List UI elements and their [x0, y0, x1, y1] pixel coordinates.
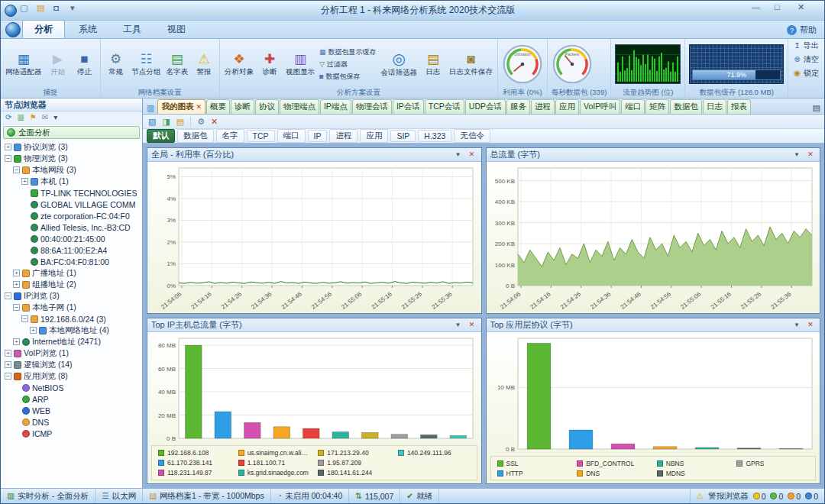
- tree-expand-icon[interactable]: −: [13, 166, 20, 173]
- filter-chip[interactable]: 默认: [147, 129, 175, 143]
- packet-display-buffer-button[interactable]: 数据包显示缓存: [319, 47, 377, 57]
- filter-chip[interactable]: TCP: [247, 130, 275, 142]
- analysis-objects-button[interactable]: 分析对象: [222, 40, 256, 88]
- quick-access-dropdown-icon[interactable]: [70, 4, 84, 18]
- view-tab[interactable]: TCP会话: [425, 99, 464, 114]
- tree-expand-icon[interactable]: −: [5, 155, 11, 162]
- log-button[interactable]: 日志: [420, 40, 446, 88]
- tree-item[interactable]: 00:40:00:21:45:00: [3, 233, 142, 244]
- tree-expand-icon[interactable]: −: [13, 304, 20, 311]
- dropdown-icon[interactable]: [53, 114, 57, 121]
- view-tab[interactable]: UDP会话: [465, 99, 506, 114]
- tree-item[interactable]: −物理浏览 (3): [3, 153, 142, 164]
- tree-item[interactable]: +本机 (1): [3, 176, 142, 187]
- tree-item[interactable]: ARP: [3, 393, 142, 405]
- filter-chip[interactable]: IP: [308, 130, 328, 142]
- view-tab[interactable]: 协议: [255, 99, 279, 114]
- view-tab[interactable]: 我的图表✕: [157, 99, 205, 114]
- packet-save-button[interactable]: 数据包保存: [319, 72, 377, 82]
- tree-item[interactable]: ICMP: [3, 428, 142, 439]
- chart-panel-header[interactable]: 全局 - 利用率 (百分比): [147, 148, 481, 162]
- chart-dropdown-icon[interactable]: [453, 151, 464, 158]
- tree-item[interactable]: −应用浏览 (8): [3, 370, 142, 382]
- mail-icon[interactable]: [42, 114, 48, 121]
- tree-expand-icon[interactable]: +: [13, 338, 20, 345]
- filter-chip[interactable]: 应用: [360, 129, 388, 143]
- maximize-button[interactable]: [775, 3, 798, 18]
- name-table-button[interactable]: 名字表: [164, 40, 191, 88]
- view-display-button[interactable]: 视图显示: [283, 40, 317, 88]
- view-tab[interactable]: 报表: [727, 99, 751, 114]
- tree-item[interactable]: NetBIOS: [3, 382, 142, 393]
- filter-chip[interactable]: SIP: [390, 130, 416, 142]
- tree-item[interactable]: −本地网段 (3): [3, 164, 142, 176]
- sheet-icon[interactable]: [176, 118, 184, 126]
- view-tab[interactable]: 概要: [206, 99, 230, 114]
- diagnosis-button[interactable]: 诊断: [257, 40, 283, 88]
- refresh-icon[interactable]: [5, 114, 11, 121]
- filter-chip[interactable]: H.323: [418, 130, 451, 142]
- tree-expand-icon[interactable]: −: [5, 292, 11, 299]
- tree-expand-icon[interactable]: +: [13, 281, 20, 288]
- tree-item[interactable]: zte corporation-FC:04:F0: [3, 210, 142, 221]
- view-tab[interactable]: 应用: [555, 99, 579, 114]
- clear-button[interactable]: 清空: [794, 54, 819, 65]
- chart-close-icon[interactable]: [467, 151, 477, 158]
- tree-item[interactable]: −本地子网 (1): [3, 302, 142, 313]
- export-button[interactable]: 导出: [794, 40, 819, 51]
- conversation-filter-button[interactable]: 会话筛选器: [379, 40, 420, 88]
- filter-chip[interactable]: 数据包: [177, 129, 214, 143]
- minimize-button[interactable]: [752, 3, 775, 18]
- view-tab[interactable]: 诊断: [231, 99, 254, 114]
- general-settings-button[interactable]: 常规: [103, 40, 129, 88]
- tree-expand-icon[interactable]: +: [13, 270, 20, 276]
- save-icon[interactable]: [53, 4, 67, 18]
- tree-item[interactable]: WEB: [3, 405, 142, 416]
- tree-item[interactable]: Allied Telesis, Inc.-B3:CD: [3, 221, 142, 233]
- chart-settings-icon[interactable]: [197, 118, 205, 126]
- filter-chip[interactable]: 进程: [329, 129, 358, 143]
- remove-chart-icon[interactable]: [211, 118, 218, 126]
- help-button[interactable]: ? 帮助: [787, 24, 820, 38]
- open-project-icon[interactable]: [37, 4, 50, 18]
- view-tab[interactable]: 端口: [621, 99, 645, 114]
- tree-expand-icon[interactable]: +: [21, 178, 28, 185]
- chart-dropdown-icon[interactable]: [453, 321, 464, 328]
- colasoft-logo-icon[interactable]: [5, 22, 21, 37]
- tab-list-icon[interactable]: [811, 104, 822, 114]
- tree-expand-icon[interactable]: +: [5, 144, 11, 150]
- tree-expand-icon[interactable]: +: [5, 361, 11, 368]
- app-logo-icon[interactable]: [5, 5, 17, 17]
- view-tab[interactable]: 物理端点: [280, 99, 319, 114]
- stop-button[interactable]: 停止: [72, 40, 98, 88]
- tree-item[interactable]: −192.168.6.0/24 (3): [3, 313, 142, 325]
- alarm-explorer[interactable]: 警报浏览器 0000: [690, 489, 824, 503]
- tab-close-icon[interactable]: ✕: [196, 103, 202, 111]
- node-group-button[interactable]: 节点分组: [130, 40, 163, 88]
- start-button[interactable]: 开始: [45, 40, 71, 88]
- layout-icon[interactable]: [162, 118, 170, 126]
- close-button[interactable]: [798, 3, 820, 18]
- tree-item[interactable]: DNS: [3, 416, 142, 428]
- tree-item[interactable]: TP-LINK TECHNOLOGIES: [3, 187, 142, 199]
- tree-expand-icon[interactable]: −: [5, 373, 11, 380]
- view-tab[interactable]: 服务: [506, 99, 530, 114]
- chart-close-icon[interactable]: [805, 151, 816, 158]
- filter-chip[interactable]: 端口: [277, 129, 306, 143]
- view-tab[interactable]: 数据包: [670, 99, 702, 114]
- tree-expand-icon[interactable]: +: [5, 350, 11, 357]
- tree-expand-icon[interactable]: +: [30, 327, 37, 334]
- tree-item[interactable]: −IP浏览 (3): [3, 290, 142, 302]
- ribbon-tab[interactable]: 工具: [111, 20, 154, 38]
- tree-item[interactable]: +本地网络地址 (4): [3, 325, 142, 336]
- chart-dropdown-icon[interactable]: [791, 151, 802, 158]
- filter-chip[interactable]: 名字: [216, 129, 244, 143]
- tree-item[interactable]: 88:6A:11:00:E2:A4: [3, 244, 142, 256]
- filter-button[interactable]: 过滤器: [319, 60, 377, 69]
- tree-item[interactable]: BA:FC:04:F0:81:00: [3, 256, 142, 267]
- chart-panel-header[interactable]: Top IP主机总流量 (字节): [147, 318, 481, 332]
- tree-item[interactable]: +逻辑浏览 (14): [3, 359, 142, 370]
- tree-expand-icon[interactable]: −: [21, 315, 28, 322]
- view-tab[interactable]: 进程: [531, 99, 555, 114]
- tree-item[interactable]: +组播地址 (2): [3, 279, 142, 290]
